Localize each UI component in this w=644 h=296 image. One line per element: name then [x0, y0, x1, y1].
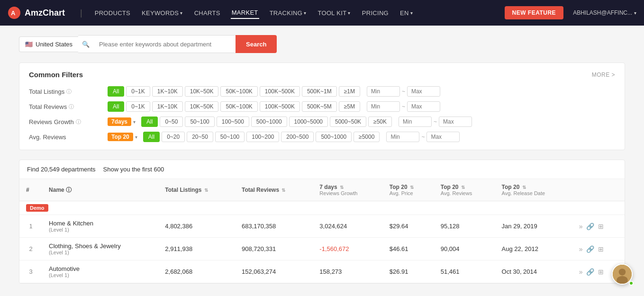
chip-growth-5000-50k[interactable]: 5000~50K	[330, 117, 366, 127]
row-listings-3: 2,682,068	[158, 260, 235, 283]
row-reviews-1: 683,170,358	[235, 215, 313, 238]
row-growth-2: -1,560,672	[313, 238, 382, 260]
growth-info-icon[interactable]: ⓘ	[76, 118, 81, 126]
chip-listings-100k-500k[interactable]: 100K~500K	[260, 86, 300, 97]
country-select[interactable]: 🇺🇸 United States	[19, 36, 78, 52]
listings-min-input[interactable]	[367, 86, 400, 97]
row-avg-reviews-2: 90,004	[434, 238, 495, 260]
chip-avg-ge5000[interactable]: ≥5000	[354, 132, 380, 142]
nav-item-tracking[interactable]: TRACKING ▾	[269, 8, 308, 18]
demo-row: Demo	[19, 201, 625, 215]
country-label: United States	[36, 41, 73, 48]
col-reviews-growth[interactable]: 7 days ⇅Reviews Growth	[313, 179, 382, 201]
expand-icon-1[interactable]: »	[579, 223, 583, 230]
flag-icon: 🇺🇸	[25, 41, 33, 48]
chip-growth-all[interactable]: All	[141, 117, 158, 127]
nav-item-market[interactable]: MARKET	[231, 7, 259, 19]
row-actions-2: » 🔗 ⊞	[572, 238, 625, 260]
chip-reviews-0-1k[interactable]: 0~1K	[126, 101, 150, 112]
listings-max-input[interactable]	[407, 86, 440, 97]
search-button[interactable]: Search	[236, 35, 277, 53]
chip-listings-ge1m[interactable]: ≥1M	[339, 86, 360, 97]
growth-dropdown-caret: ▾	[133, 119, 136, 125]
chip-reviews-1k-10k[interactable]: 1K~10K	[152, 101, 183, 112]
online-indicator	[629, 281, 634, 286]
chip-avg-200-500[interactable]: 200~500	[281, 132, 314, 142]
chip-listings-1k-10k[interactable]: 1K~10K	[152, 86, 183, 97]
nav-item-charts[interactable]: CHARTS	[193, 8, 221, 18]
search-icon: 🔍	[82, 41, 90, 48]
search-input[interactable]	[93, 35, 236, 53]
row-release-1: Jan 29, 2019	[495, 215, 572, 238]
nav-item-lang[interactable]: EN ▾	[399, 8, 414, 18]
chip-reviews-50k-100k[interactable]: 50K~100K	[220, 101, 257, 112]
chip-growth-ge50k[interactable]: ≥50K	[368, 117, 392, 127]
chip-avg-50-100[interactable]: 50~100	[215, 132, 245, 142]
link-icon-3[interactable]: 🔗	[586, 268, 594, 276]
more-link[interactable]: MORE >	[592, 72, 615, 78]
growth-dropdown[interactable]: 7days ▾	[108, 117, 136, 126]
chip-listings-10k-50k[interactable]: 10K~50K	[185, 86, 219, 97]
chip-growth-500-1000[interactable]: 500~1000	[251, 117, 287, 127]
expand-icon-3[interactable]: »	[579, 268, 583, 276]
chip-listings-all[interactable]: All	[108, 86, 124, 97]
avg-reviews-dropdown[interactable]: Top 20 ▾	[108, 133, 137, 141]
chip-reviews-10k-50k[interactable]: 10K~50K	[185, 101, 219, 112]
chip-reviews-500k-5m[interactable]: 500K~5M	[302, 101, 337, 112]
col-total-reviews[interactable]: Total Reviews ⇅	[235, 179, 313, 201]
chip-growth-1000-5000[interactable]: 1000~5000	[289, 117, 328, 127]
chip-avg-500-1000[interactable]: 500~1000	[316, 132, 352, 142]
nav-item-products[interactable]: PRODUCTS	[94, 8, 131, 18]
col-total-listings[interactable]: Total Listings ⇅	[158, 179, 235, 201]
table-row: 1 Home & Kitchen (Level 1) 4,802,386 683…	[19, 215, 625, 238]
row-avg-reviews-3: 51,461	[434, 260, 495, 283]
filters-header: Common Filters MORE >	[29, 71, 615, 79]
growth-min-input[interactable]	[399, 117, 432, 127]
avg-reviews-min-input[interactable]	[386, 132, 419, 142]
col-avg-reviews[interactable]: Top 20 ⇅Avg. Reviews	[434, 179, 495, 201]
chip-reviews-all[interactable]: All	[108, 101, 124, 112]
link-icon-2[interactable]: 🔗	[586, 245, 594, 253]
link-icon-1[interactable]: 🔗	[586, 223, 594, 230]
chip-growth-0-50[interactable]: 0~50	[160, 117, 183, 127]
chip-growth-100-500[interactable]: 100~500	[217, 117, 249, 127]
reviews-info-icon[interactable]: ⓘ	[69, 103, 74, 110]
reviews-min-input[interactable]	[367, 101, 400, 112]
chip-reviews-100k-500k[interactable]: 100K~500K	[260, 101, 300, 112]
nav-item-pricing[interactable]: PRICING	[361, 8, 390, 18]
user-menu[interactable]: ABHILASH@AFFINC... ▾	[573, 9, 636, 16]
growth-max-input[interactable]	[439, 117, 472, 127]
nav-item-toolkit[interactable]: TOOL KIT ▾	[317, 8, 352, 18]
row-name-3: Automotive (Level 1)	[42, 260, 158, 283]
listings-info-icon[interactable]: ⓘ	[66, 88, 72, 95]
logo[interactable]: A AmzChart	[8, 6, 65, 19]
row-avg-reviews-1: 95,128	[434, 215, 495, 238]
chip-avg-0-20[interactable]: 0~20	[162, 132, 185, 142]
reviews-max-input[interactable]	[407, 101, 440, 112]
filter-label-reviews: Total Reviews ⓘ	[29, 103, 105, 110]
filter-label-listings: Total Listings ⓘ	[29, 88, 105, 95]
chip-avg-all[interactable]: All	[143, 132, 160, 142]
chip-reviews-ge5m[interactable]: ≥5M	[339, 101, 360, 112]
chip-growth-50-100[interactable]: 50~100	[185, 117, 214, 127]
chip-avg-20-50[interactable]: 20~50	[187, 132, 213, 142]
filter-row-avg-reviews: Avg. Reviews Top 20 ▾ All 0~20 20~50 50~…	[29, 132, 615, 142]
bookmark-icon-2[interactable]: ⊞	[598, 245, 604, 253]
name-info-icon[interactable]: ⓘ	[66, 187, 72, 193]
user-caret: ▾	[634, 10, 636, 16]
chip-listings-500k-1m[interactable]: 500K~1M	[302, 86, 337, 97]
bookmark-icon-1[interactable]: ⊞	[598, 223, 604, 230]
col-avg-release[interactable]: Top 20 ⇅Avg. Release Date	[495, 179, 572, 201]
row-num-1: 1	[19, 215, 42, 238]
chip-avg-100-200[interactable]: 100~200	[246, 132, 279, 142]
new-feature-button[interactable]: NEW FEATURE	[505, 6, 564, 19]
user-avatar-wrap[interactable]	[612, 264, 635, 287]
table-row: 2 Clothing, Shoes & Jewelry (Level 1) 2,…	[19, 238, 625, 260]
bookmark-icon-3[interactable]: ⊞	[598, 268, 604, 276]
col-avg-price[interactable]: Top 20 ⇅Avg. Price	[383, 179, 434, 201]
expand-icon-2[interactable]: »	[579, 245, 583, 253]
nav-item-keywords[interactable]: KEYWORDS ▾	[141, 8, 184, 18]
chip-listings-0-1k[interactable]: 0~1K	[126, 86, 150, 97]
avg-reviews-max-input[interactable]	[426, 132, 460, 142]
chip-listings-50k-100k[interactable]: 50K~100K	[220, 86, 257, 97]
